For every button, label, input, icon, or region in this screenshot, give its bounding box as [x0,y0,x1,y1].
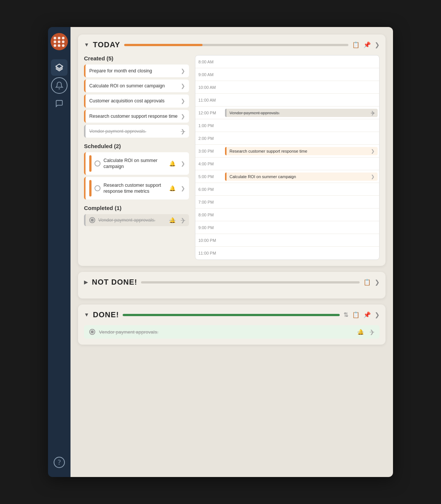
not-done-toggle[interactable]: ▶ [84,279,88,285]
done-chevron-icon[interactable]: ❯ [375,311,380,318]
created-task-1[interactable]: Prepare for month end closing ❯ [84,64,189,77]
time-label-7pm: 7:00 PM [195,196,224,208]
completed-group-title: Completed (1) [84,205,189,211]
time-slot-3pm: 3:00 PM Research customer support respon… [195,145,379,158]
time-slot-content-1pm [224,119,379,132]
pin-icon[interactable]: 📌 [363,41,371,48]
created-task-5[interactable]: Vendor payment approvals. ❯ [84,125,189,138]
cal-event-vendor-12pm-text: Vendor payment approvals. [230,111,280,115]
done-icons: ⇅ 📋 📌 ❯ [344,311,380,318]
done-toggle[interactable]: ▼ [84,312,89,318]
today-header: ▼ TODAY 📋 📌 ❯ [84,40,380,49]
done-task-1-text: Vendor payment approvals. [99,329,354,335]
scheduled-task-1-text: Calculate ROI on summer campaign [104,158,166,170]
scheduled-task-1-radio[interactable] [94,160,100,166]
time-slot-8pm: 8:00 PM [195,208,379,221]
created-task-3[interactable]: Customer acquisition cost approvals ❯ [84,94,189,107]
completed-task-1-chevron: ❯ [181,217,185,223]
created-task-1-chevron: ❯ [181,68,185,74]
cal-event-vendor-12pm-chevron: ❯ [371,110,375,116]
help-button[interactable]: ? [54,457,65,468]
created-task-2-chevron: ❯ [181,82,185,89]
time-slot-12pm: 12:00 PM Vendor payment approvals. ❯ [195,106,379,119]
chevron-right-icon[interactable]: ❯ [375,41,380,48]
not-done-section: ▶ NOT DONE! 📋 ❯ [78,272,386,298]
time-slot-content-9am [224,68,379,81]
today-icons: 📋 📌 ❯ [352,41,380,48]
not-done-title: NOT DONE! [92,278,137,286]
time-label-10am: 10:00 AM [195,81,224,93]
created-group-title: Created (5) [84,55,189,62]
not-done-chevron-icon[interactable]: ❯ [375,279,380,286]
main-content: ▼ TODAY 📋 📌 ❯ Created (5) Prepare f [70,27,393,477]
created-task-2[interactable]: Calculate ROI on summer campaign ❯ [84,80,189,92]
time-label-8pm: 8:00 PM [195,208,224,221]
time-slot-content-8am [224,56,379,68]
scheduled-task-1-chevron: ❯ [181,160,185,166]
time-slot-9am: 9:00 AM [195,68,379,81]
done-sort-icon[interactable]: ⇅ [344,311,348,318]
scheduled-task-2-text: Research customer support response time … [104,182,166,195]
time-slot-content-5pm: Calculate ROI on summer campaign ❯ [224,170,379,183]
notes-icon[interactable]: 📋 [352,41,360,48]
cal-event-roi-5pm-chevron: ❯ [371,174,375,179]
time-slot-content-7pm [224,196,379,208]
sidebar-item-bell[interactable] [51,77,68,94]
done-task-1[interactable]: Vendor payment approvals. 🔔 ❯ [84,325,380,339]
time-slot-1pm: 1:00 PM [195,119,379,132]
scheduled-task-2-bar [89,180,92,196]
today-body: Created (5) Prepare for month end closin… [84,55,380,260]
scheduled-task-1[interactable]: Calculate ROI on summer campaign 🔔 ❯ [84,152,189,175]
sidebar-item-chat[interactable] [51,95,68,112]
sidebar: ? [48,27,70,477]
completed-task-1-bell[interactable]: 🔔 [169,217,176,223]
time-label-3pm: 3:00 PM [195,145,224,157]
sidebar-item-layers[interactable] [51,59,68,76]
scheduled-task-1-bar [89,155,92,172]
completed-task-1-text: Vendor payment approvals. [98,217,166,223]
scheduled-task-1-bell[interactable]: 🔔 [169,160,176,166]
time-slot-2pm: 2:00 PM [195,132,379,145]
layers-icon [55,63,63,72]
cal-event-research-3pm-text: Research customer support response time [230,149,307,153]
today-toggle[interactable]: ▼ [84,42,89,48]
time-label-9pm: 9:00 PM [195,221,224,234]
today-progress-fill [124,44,202,46]
time-slot-content-3pm: Research customer support response time … [224,145,379,157]
time-slot-10am: 10:00 AM [195,81,379,94]
time-slot-content-2pm [224,132,379,144]
time-slot-content-11am [224,94,379,106]
time-slot-content-11pm [224,247,379,260]
scheduled-section: Scheduled (2) Calculate ROI on summer ca… [84,143,189,200]
done-notes-icon[interactable]: 📋 [352,311,360,318]
scheduled-task-2-radio[interactable] [94,185,100,191]
cal-event-research-3pm[interactable]: Research customer support response time … [225,147,378,155]
time-slot-content-10am [224,81,379,93]
not-done-notes-icon[interactable]: 📋 [363,279,371,286]
time-label-12pm: 12:00 PM [195,106,224,119]
app-logo[interactable] [51,33,68,50]
done-pin-icon[interactable]: 📌 [363,311,371,318]
done-task-1-bell[interactable]: 🔔 [357,329,364,335]
today-progress-bar [124,44,348,46]
created-task-5-chevron: ❯ [181,128,185,135]
time-slot-content-9pm [224,221,379,234]
time-label-9am: 9:00 AM [195,68,224,81]
cal-event-vendor-12pm[interactable]: Vendor payment approvals. ❯ [225,109,378,117]
scheduled-task-2-bell[interactable]: 🔔 [169,185,176,191]
cal-event-roi-5pm[interactable]: Calculate ROI on summer campaign ❯ [225,172,378,181]
done-header: ▼ DONE! ⇅ 📋 📌 ❯ [84,310,380,319]
completed-task-1[interactable]: Vendor payment approvals. 🔔 ❯ [84,214,189,226]
scheduled-task-2-chevron: ❯ [181,185,185,191]
created-task-2-label: Calculate ROI on summer campaign [89,83,178,89]
scheduled-task-2[interactable]: Research customer support response time … [84,177,189,200]
time-slot-6pm: 6:00 PM [195,183,379,196]
bell-icon [55,81,63,90]
created-task-4[interactable]: Research customer support response time … [84,110,189,123]
chat-icon [55,99,63,108]
created-task-1-label: Prepare for month end closing [89,68,178,74]
sidebar-nav [51,59,68,454]
time-slot-11am: 11:00 AM [195,94,379,106]
today-left: Created (5) Prepare for month end closin… [84,55,189,260]
time-label-4pm: 4:00 PM [195,158,224,170]
